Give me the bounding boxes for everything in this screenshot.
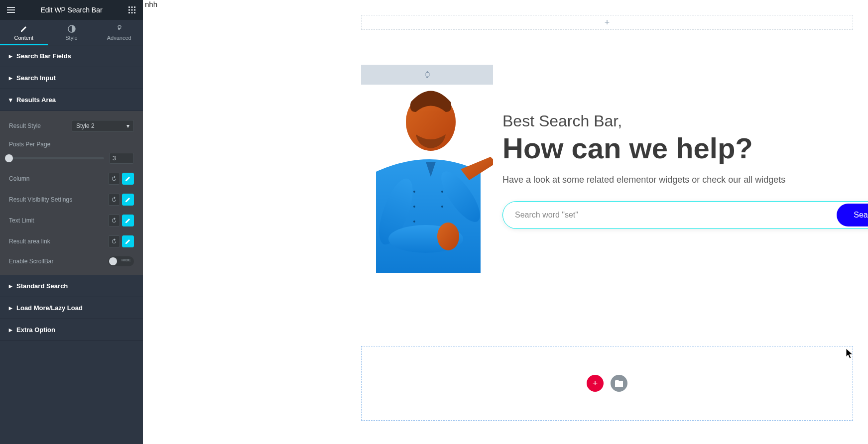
add-widget-button[interactable]: + bbox=[587, 375, 604, 392]
scrollbar-toggle[interactable]: HIDE bbox=[108, 256, 134, 266]
svg-rect-0 bbox=[128, 6, 130, 8]
folder-icon bbox=[615, 380, 623, 387]
edit-icon[interactable] bbox=[122, 194, 134, 206]
section-search-bar-fields[interactable]: ▸ Search Bar Fields bbox=[0, 45, 143, 67]
section-title: Search Input bbox=[16, 74, 56, 82]
tab-label: Style bbox=[65, 35, 77, 41]
svg-rect-3 bbox=[128, 9, 130, 11]
area-link-label: Result area link bbox=[9, 238, 50, 245]
posts-per-page-label: Posts Per Page bbox=[9, 141, 134, 148]
section-title: Standard Search bbox=[16, 282, 68, 290]
sections-container: ▸ Search Bar Fields ▸ Search Input ▾ Res… bbox=[0, 45, 143, 444]
cursor-icon bbox=[846, 348, 854, 359]
section-title: Search Bar Fields bbox=[16, 52, 71, 60]
section-title: Results Area bbox=[16, 96, 56, 104]
caret-right-icon: ▸ bbox=[9, 282, 12, 290]
section-extra-option[interactable]: ▸ Extra Option bbox=[0, 319, 143, 341]
panel-header: Edit WP Search Bar bbox=[0, 0, 143, 20]
stray-text: nhh bbox=[145, 0, 157, 8]
expand-icon bbox=[423, 70, 432, 79]
svg-point-18 bbox=[413, 221, 415, 222]
visibility-control: Result Visibility Settings bbox=[9, 194, 134, 206]
tab-label: Advanced bbox=[107, 35, 131, 41]
section-standard-search[interactable]: ▸ Standard Search bbox=[0, 275, 143, 297]
reset-icon[interactable] bbox=[108, 173, 120, 185]
section-load-more[interactable]: ▸ Load More/Lazy Load bbox=[0, 297, 143, 319]
section-title: Load More/Lazy Load bbox=[16, 304, 83, 312]
svg-point-19 bbox=[441, 191, 443, 193]
hero-title: How can we help? bbox=[502, 131, 853, 165]
svg-point-16 bbox=[413, 191, 415, 193]
svg-rect-6 bbox=[128, 12, 130, 13]
caret-right-icon: ▸ bbox=[9, 326, 12, 333]
column-control: Column bbox=[9, 173, 134, 185]
person-image bbox=[361, 87, 493, 273]
result-style-control: Result Style Style 2 ▾ bbox=[9, 120, 134, 132]
tab-content[interactable]: Content bbox=[0, 20, 48, 45]
section-title: Extra Option bbox=[16, 326, 55, 333]
svg-rect-8 bbox=[134, 12, 135, 13]
add-section-bottom[interactable]: + bbox=[361, 346, 853, 421]
tab-label: Content bbox=[14, 35, 34, 41]
panel-tabs: Content Style Advanced bbox=[0, 20, 143, 45]
caret-down-icon: ▾ bbox=[9, 96, 12, 104]
scrollbar-control: Enable ScrollBar HIDE bbox=[9, 256, 134, 266]
add-section-top[interactable]: + bbox=[361, 15, 853, 30]
text-limit-control: Text Limit bbox=[9, 215, 134, 226]
svg-point-17 bbox=[413, 206, 415, 208]
slider-thumb[interactable] bbox=[5, 154, 13, 162]
hero-text: Best Search Bar, How can we help? Have a… bbox=[502, 112, 853, 185]
caret-right-icon: ▸ bbox=[9, 304, 12, 312]
menu-icon[interactable] bbox=[4, 3, 18, 17]
column-label: Column bbox=[9, 175, 29, 182]
posts-per-page-input[interactable] bbox=[109, 153, 134, 164]
result-style-label: Result Style bbox=[9, 122, 41, 129]
visibility-label: Result Visibility Settings bbox=[9, 196, 72, 203]
svg-rect-7 bbox=[131, 12, 133, 13]
section-results-area[interactable]: ▾ Results Area bbox=[0, 89, 143, 111]
edit-icon[interactable] bbox=[122, 173, 134, 185]
reset-icon[interactable] bbox=[108, 215, 120, 226]
caret-right-icon: ▸ bbox=[9, 52, 12, 60]
edit-icon[interactable] bbox=[122, 235, 134, 247]
svg-rect-1 bbox=[131, 6, 133, 8]
tab-style[interactable]: Style bbox=[48, 20, 96, 45]
edit-icon[interactable] bbox=[122, 215, 134, 226]
image-placeholder[interactable] bbox=[361, 65, 493, 85]
scrollbar-label: Enable ScrollBar bbox=[9, 258, 53, 265]
search-input[interactable] bbox=[505, 204, 837, 226]
svg-rect-4 bbox=[131, 9, 133, 11]
results-area-body: Result Style Style 2 ▾ Posts Per Page bbox=[0, 111, 143, 275]
preview-canvas: nhh + Best Search Bar bbox=[143, 0, 868, 444]
search-button[interactable]: Search bbox=[837, 204, 868, 226]
toggle-state: HIDE bbox=[122, 258, 131, 262]
svg-rect-5 bbox=[134, 9, 135, 11]
result-style-select[interactable]: Style 2 ▾ bbox=[72, 120, 134, 132]
result-style-value: Style 2 bbox=[76, 122, 95, 129]
plus-icon: + bbox=[605, 17, 610, 28]
hero-subtitle: Best Search Bar, bbox=[502, 112, 853, 130]
svg-rect-2 bbox=[134, 6, 135, 8]
text-limit-label: Text Limit bbox=[9, 217, 34, 224]
editor-panel: Edit WP Search Bar Content Style Advance… bbox=[0, 0, 143, 444]
section-search-input[interactable]: ▸ Search Input bbox=[0, 67, 143, 89]
plus-icon: + bbox=[593, 378, 598, 389]
svg-point-20 bbox=[441, 206, 443, 208]
posts-per-page-control: Posts Per Page bbox=[9, 141, 134, 164]
search-bar-widget: Search bbox=[502, 201, 868, 229]
hero-description: Have a look at some related elementor wi… bbox=[502, 175, 853, 185]
template-button[interactable] bbox=[611, 375, 627, 392]
svg-point-15 bbox=[437, 222, 459, 250]
reset-icon[interactable] bbox=[108, 235, 120, 247]
reset-icon[interactable] bbox=[108, 194, 120, 206]
panel-title: Edit WP Search Bar bbox=[18, 6, 125, 14]
posts-per-page-slider[interactable] bbox=[9, 157, 104, 159]
chevron-down-icon: ▾ bbox=[126, 122, 129, 129]
area-link-control: Result area link bbox=[9, 235, 134, 247]
apps-icon[interactable] bbox=[125, 3, 139, 17]
tab-advanced[interactable]: Advanced bbox=[95, 20, 143, 45]
toggle-knob bbox=[109, 257, 117, 265]
caret-right-icon: ▸ bbox=[9, 74, 12, 82]
